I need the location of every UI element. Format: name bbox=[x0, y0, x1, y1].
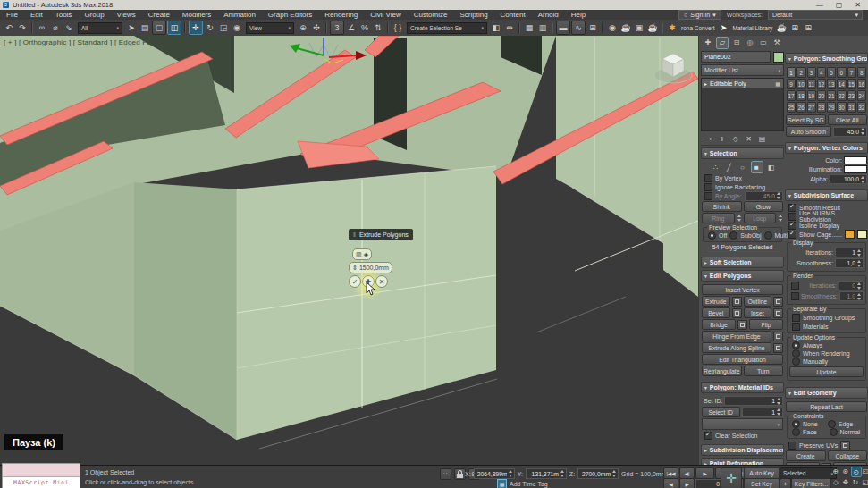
caddy-grip-icon[interactable]: ‖ bbox=[353, 231, 356, 238]
spinner[interactable] bbox=[508, 470, 513, 477]
show-cage-checkbox[interactable] bbox=[788, 231, 796, 239]
constraint-edge-radio[interactable] bbox=[828, 420, 836, 428]
smoothing-group-11[interactable]: 11 bbox=[807, 79, 816, 89]
subobj-polygon-icon[interactable]: ■ bbox=[751, 161, 763, 173]
rollout-smoothing-groups[interactable]: ▾ Polygon: Smoothing Groups bbox=[785, 53, 868, 64]
outline-settings-button[interactable] bbox=[773, 297, 783, 307]
redo-icon[interactable]: ↷ bbox=[16, 21, 29, 34]
loop-spinner[interactable] bbox=[778, 215, 783, 222]
teapot-icon[interactable]: ☕ bbox=[775, 21, 788, 34]
inset-button[interactable]: Inset bbox=[744, 307, 772, 318]
update-always-radio[interactable] bbox=[792, 341, 800, 349]
smoothing-group-26[interactable]: 26 bbox=[796, 102, 805, 113]
cage-color-swatch[interactable] bbox=[845, 230, 855, 239]
window-crossing-icon[interactable]: ◫ bbox=[167, 21, 181, 35]
sign-in-button[interactable]: ○ Sign In ▾ bbox=[678, 10, 721, 20]
minimize-button[interactable]: — bbox=[816, 1, 823, 9]
corona-converter-icon[interactable]: ✱ bbox=[666, 21, 678, 34]
smoothing-group-1[interactable]: 1 bbox=[787, 67, 796, 78]
select-id-value[interactable]: 1 bbox=[746, 409, 776, 416]
pin-stack-icon[interactable]: ⊸ bbox=[703, 134, 714, 145]
menu-civil-view[interactable]: Civil View bbox=[364, 10, 408, 20]
caddy-ok-button[interactable]: ✓ bbox=[349, 275, 361, 288]
smoothing-group-4[interactable]: 4 bbox=[817, 67, 826, 78]
zoom-all-icon[interactable]: ⊛ bbox=[841, 467, 850, 475]
select-move-icon[interactable]: ✛ bbox=[189, 21, 203, 35]
smoothing-group-2[interactable]: 2 bbox=[796, 67, 805, 78]
menu-graph-editors[interactable]: Graph Editors bbox=[262, 10, 318, 20]
select-id-button[interactable]: Select ID bbox=[702, 407, 740, 417]
smoothing-group-3[interactable]: 3 bbox=[807, 67, 816, 78]
menu-customize[interactable]: Customize bbox=[408, 10, 454, 20]
smoothing-group-20[interactable]: 20 bbox=[817, 90, 826, 101]
ribbon-toggle-icon[interactable]: ▬ bbox=[556, 21, 570, 35]
tab-modify[interactable]: ▱ bbox=[716, 37, 729, 49]
preserve-uvs-settings-button[interactable] bbox=[840, 441, 850, 450]
set-key-button[interactable]: Set Key bbox=[744, 478, 780, 488]
create-button[interactable]: Create bbox=[786, 450, 826, 461]
tab-hierarchy[interactable]: ⊟ bbox=[731, 38, 742, 48]
smoothing-group-21[interactable]: 21 bbox=[827, 90, 836, 101]
mirror-icon[interactable]: ◧ bbox=[490, 21, 502, 34]
smoothing-group-14[interactable]: 14 bbox=[837, 79, 846, 89]
rollout-subdivision-surface[interactable]: ▾ Subdivision Surface bbox=[785, 189, 868, 201]
configure-modifier-sets-icon[interactable]: ▤ bbox=[756, 134, 768, 145]
align-icon[interactable]: ⇹ bbox=[503, 21, 516, 34]
menu-scripting[interactable]: Scripting bbox=[453, 10, 493, 20]
subobj-edge-icon[interactable]: ╱ bbox=[724, 162, 735, 172]
rendered-frame-icon[interactable]: ▣ bbox=[633, 21, 645, 34]
smoothing-group-6[interactable]: 6 bbox=[837, 67, 846, 78]
preview-off-radio[interactable] bbox=[708, 231, 716, 240]
separate-smoothing-groups-checkbox[interactable] bbox=[792, 314, 800, 322]
pan-icon[interactable]: ✥ bbox=[841, 477, 850, 486]
render-iterations-checkbox[interactable] bbox=[791, 282, 799, 290]
constraint-none-radio[interactable] bbox=[792, 420, 800, 428]
bridge-button[interactable]: Bridge bbox=[702, 319, 736, 330]
smoothing-group-17[interactable]: 17 bbox=[787, 90, 796, 101]
show-end-result-icon[interactable]: ‖ bbox=[716, 134, 728, 145]
viewport[interactable]: [ + ] [ Orthographic ] [ Standard ] [ Ed… bbox=[0, 36, 699, 465]
spinner[interactable] bbox=[860, 176, 865, 183]
inset-settings-button[interactable] bbox=[773, 308, 783, 318]
remove-modifier-icon[interactable]: ✕ bbox=[743, 134, 754, 145]
select-object-icon[interactable]: ➤ bbox=[125, 21, 138, 34]
menu-group[interactable]: Group bbox=[78, 10, 110, 20]
menu-rendering[interactable]: Rendering bbox=[318, 10, 364, 20]
maxscript-mini-listener[interactable]: MAXScript Mini bbox=[2, 463, 80, 488]
material-name-dropdown[interactable]: ▾ bbox=[702, 418, 783, 430]
repeat-last-button[interactable]: Repeat Last bbox=[786, 401, 867, 412]
smoothing-group-13[interactable]: 13 bbox=[827, 79, 836, 89]
smoothing-group-25[interactable]: 25 bbox=[787, 102, 796, 113]
zoom-region-icon[interactable]: ⊡ bbox=[861, 467, 868, 475]
smoothing-group-9[interactable]: 9 bbox=[787, 79, 796, 89]
snaps-toggle-icon[interactable]: 3 bbox=[330, 21, 344, 35]
menu-tools[interactable]: Tools bbox=[49, 10, 79, 20]
smoothing-group-27[interactable]: 27 bbox=[807, 102, 816, 113]
spinner[interactable] bbox=[856, 260, 862, 267]
caddy-cancel-button[interactable]: ✕ bbox=[375, 275, 388, 288]
spinner[interactable] bbox=[860, 128, 865, 135]
rollout-selection[interactable]: ▾ Selection bbox=[701, 147, 784, 159]
unlink-icon[interactable]: ⌀ bbox=[49, 21, 62, 34]
cage-selected-color-swatch[interactable] bbox=[857, 230, 867, 239]
constraint-normal-radio[interactable] bbox=[830, 428, 838, 436]
preview-subobj-radio[interactable] bbox=[729, 231, 737, 240]
x-coordinate-field[interactable]: 2064,899m bbox=[474, 468, 515, 479]
bridge-settings-button[interactable] bbox=[737, 320, 747, 330]
subobj-border-icon[interactable]: ○ bbox=[737, 162, 748, 172]
clear-selection-checkbox[interactable] bbox=[704, 432, 712, 440]
rollout-subdivision-displacement[interactable]: ▸ Subdivision Displacement bbox=[701, 444, 784, 456]
render-setup-icon[interactable]: ☕ bbox=[619, 21, 632, 34]
tab-display[interactable]: ▭ bbox=[758, 38, 769, 48]
extrude-settings-button[interactable] bbox=[732, 297, 742, 307]
grow-button[interactable]: Grow bbox=[744, 201, 784, 212]
orbit-icon[interactable]: ↻ bbox=[851, 477, 860, 486]
flip-button[interactable]: Flip bbox=[749, 319, 783, 330]
render-iterations-value[interactable]: 0 bbox=[842, 282, 855, 289]
preview-multi-radio[interactable] bbox=[764, 231, 772, 240]
caddy-title[interactable]: ‖ Extrude Polygons bbox=[349, 229, 413, 240]
rotate-icon[interactable]: ↻ bbox=[204, 21, 216, 34]
smoothing-group-30[interactable]: 30 bbox=[837, 102, 846, 113]
smooth-result-checkbox[interactable] bbox=[788, 204, 796, 212]
vertex-color-swatch[interactable] bbox=[844, 156, 867, 164]
